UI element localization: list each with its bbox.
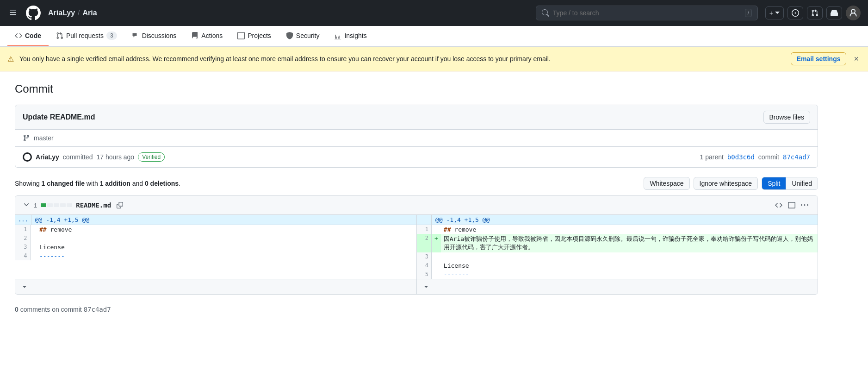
chevron-down-icon bbox=[775, 11, 780, 15]
right-line-3: 3 bbox=[417, 252, 818, 261]
security-icon bbox=[286, 32, 293, 39]
left-code-3: License bbox=[37, 243, 416, 252]
diff-left-panel: 1 ## remove 2 3 License bbox=[15, 225, 417, 279]
code-icon bbox=[15, 32, 22, 39]
commit-hash-info: 1 parent b0d3c6d commit 87c4ad7 bbox=[700, 153, 810, 161]
tab-pull-requests[interactable]: Pull requests 3 bbox=[49, 26, 124, 46]
hunk-header-right-row: @@ -1,4 +1,5 @@ bbox=[417, 215, 818, 225]
commit-branch-row: master bbox=[15, 130, 818, 147]
comments-text: comments on commit bbox=[20, 306, 82, 313]
right-sign-1 bbox=[432, 225, 441, 234]
left-sign-2 bbox=[30, 234, 37, 243]
search-box[interactable]: / bbox=[536, 6, 758, 20]
whitespace-button[interactable]: Whitespace bbox=[644, 177, 689, 190]
kebab-icon bbox=[801, 201, 808, 209]
avatar[interactable] bbox=[846, 6, 861, 20]
unified-view-button[interactable]: Unified bbox=[786, 177, 818, 189]
left-line-4: 4 ------- bbox=[15, 252, 416, 260]
raw-file-icon bbox=[788, 201, 795, 209]
right-sign-4 bbox=[432, 261, 441, 270]
commit-author-info: AriaLyy committed 17 hours ago Verified bbox=[23, 152, 165, 162]
parent-hash[interactable]: b0d3c6d bbox=[727, 153, 755, 161]
tab-code-label: Code bbox=[25, 32, 41, 39]
pr-icon bbox=[56, 32, 63, 39]
expand-down-right[interactable] bbox=[421, 281, 432, 292]
breadcrumb-repo[interactable]: Aria bbox=[83, 9, 97, 17]
avatar-icon bbox=[849, 8, 858, 18]
repo-nav: Code Pull requests 3 Discussions Actions… bbox=[0, 26, 868, 47]
commit-branch: master bbox=[34, 134, 54, 142]
new-item-button[interactable]: + bbox=[765, 6, 784, 19]
browse-files-button[interactable]: Browse files bbox=[763, 111, 810, 124]
hunk-header-left-row: ... @@ -1,4 +1,5 @@ bbox=[15, 215, 416, 225]
actions-icon bbox=[191, 32, 198, 39]
branch-icon bbox=[23, 134, 30, 142]
tab-security-label: Security bbox=[296, 32, 320, 39]
insights-icon bbox=[334, 32, 341, 39]
page-title: Commit bbox=[15, 82, 818, 95]
breadcrumb: AriaLyy / Aria bbox=[48, 9, 97, 17]
comments-count: 0 bbox=[15, 306, 19, 313]
commit-time: 17 hours ago bbox=[96, 153, 134, 161]
right-line-5: 5 ------- bbox=[417, 270, 818, 279]
tab-security[interactable]: Security bbox=[279, 26, 327, 46]
main-content: Commit Update README.md Browse files mas… bbox=[0, 71, 833, 324]
author-avatar bbox=[23, 152, 32, 162]
alert-close-button[interactable]: × bbox=[852, 54, 861, 64]
view-file-button[interactable] bbox=[773, 200, 784, 211]
right-sign-2: + bbox=[432, 234, 441, 252]
commit-label: commit bbox=[758, 153, 779, 161]
ignore-whitespace-button[interactable]: Ignore whitespace bbox=[694, 177, 758, 190]
tab-projects[interactable]: Projects bbox=[230, 26, 279, 46]
right-code-3 bbox=[441, 252, 818, 261]
right-line-num-2: 2 bbox=[417, 234, 432, 252]
search-input[interactable] bbox=[553, 9, 741, 17]
pull-requests-button[interactable] bbox=[807, 6, 823, 19]
author-avatar-icon bbox=[24, 154, 31, 160]
file-diff-header: 1 README.md bbox=[15, 196, 818, 215]
pr-badge: 3 bbox=[106, 31, 117, 40]
split-view-button[interactable]: Split bbox=[762, 177, 786, 189]
copy-path-button[interactable] bbox=[115, 200, 125, 210]
more-options-button[interactable] bbox=[799, 200, 810, 211]
breadcrumb-user[interactable]: AriaLyy bbox=[48, 9, 75, 17]
tab-actions[interactable]: Actions bbox=[184, 26, 230, 46]
hunk-header-right: @@ -1,4 +1,5 @@ bbox=[417, 215, 818, 225]
hunk-line-num-left: ... bbox=[15, 215, 31, 225]
chevron-down-icon bbox=[23, 201, 30, 208]
tab-discussions-label: Discussions bbox=[142, 32, 177, 39]
tab-projects-label: Projects bbox=[248, 32, 271, 39]
email-settings-link[interactable]: Email settings bbox=[791, 52, 847, 65]
file-options-button[interactable] bbox=[786, 200, 797, 211]
github-logo[interactable] bbox=[26, 6, 41, 20]
right-line-num-4: 4 bbox=[417, 261, 432, 270]
commit-message: Update README.md bbox=[23, 113, 95, 121]
right-line-num-1: 1 bbox=[417, 225, 432, 234]
right-line-num-3: 3 bbox=[417, 252, 432, 261]
expand-down-left[interactable] bbox=[19, 281, 30, 292]
warning-icon: ⚠ bbox=[7, 55, 14, 63]
site-header: AriaLyy / Aria / + bbox=[0, 0, 868, 26]
tab-actions-label: Actions bbox=[201, 32, 223, 39]
file-expand-button[interactable] bbox=[23, 201, 30, 210]
author-name[interactable]: AriaLyy bbox=[36, 153, 59, 161]
diff-stats-row: Showing 1 changed file with 1 addition a… bbox=[15, 177, 818, 190]
menu-hamburger[interactable] bbox=[7, 7, 19, 19]
stat-neutral-3 bbox=[60, 203, 66, 207]
alert-text: You only have a single verified email ad… bbox=[19, 55, 785, 63]
diff-right-panel: 1 ## remove 2 + 因Aria被诈骗份子使用，导致我被跨省，因此本项… bbox=[417, 225, 818, 279]
comments-hash: 87c4ad7 bbox=[84, 306, 111, 313]
inbox-button[interactable] bbox=[826, 6, 842, 19]
search-icon bbox=[542, 9, 549, 17]
hunk-line-num-right bbox=[417, 215, 432, 225]
commit-hash[interactable]: 87c4ad7 bbox=[783, 153, 810, 161]
left-line-3: 3 License bbox=[15, 243, 416, 252]
verified-badge: Verified bbox=[138, 152, 165, 162]
stat-neutral-2 bbox=[54, 203, 59, 207]
commit-card-header: Update README.md Browse files bbox=[15, 105, 818, 130]
tab-code[interactable]: Code bbox=[7, 26, 49, 46]
tab-discussions[interactable]: Discussions bbox=[124, 26, 184, 46]
additions: 1 addition bbox=[100, 180, 130, 187]
issues-button[interactable] bbox=[787, 6, 803, 19]
tab-insights[interactable]: Insights bbox=[327, 26, 374, 46]
